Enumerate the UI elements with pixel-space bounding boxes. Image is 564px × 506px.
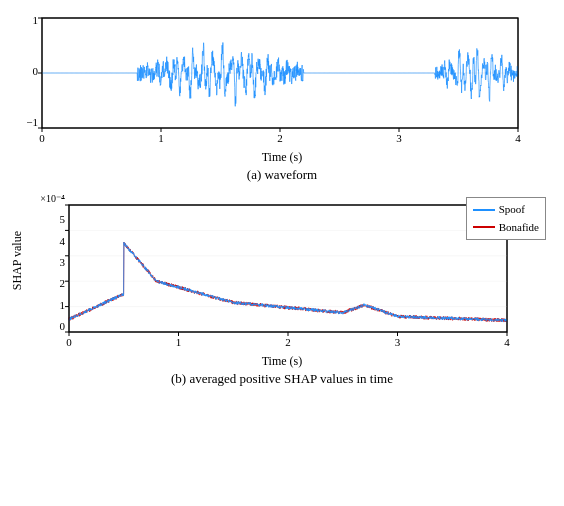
shap-ytick-label: ×10⁻⁴ — [40, 193, 65, 204]
shap-canvas — [65, 189, 517, 354]
shap-xlabel: Time (s) — [262, 354, 303, 369]
shap-section: SHAP value ×10⁻⁴ 5 4 3 2 1 0 Spoof — [10, 189, 554, 393]
shap-caption: (b) averaged positive SHAP values in tim… — [171, 371, 393, 387]
waveform-canvas — [38, 10, 528, 150]
waveform-section: 1 0 −1 Time (s) (a) waveform — [10, 10, 554, 189]
bonafide-legend-label: Bonafide — [499, 219, 539, 237]
shap-ylabel: SHAP value — [10, 231, 25, 290]
spoof-legend-line — [473, 209, 495, 211]
y-tick-neg1: −1 — [26, 116, 38, 128]
bonafide-legend-line — [473, 226, 495, 228]
waveform-caption: (a) waveform — [247, 167, 317, 183]
main-container: 1 0 −1 Time (s) (a) waveform SHAP value … — [0, 0, 564, 506]
spoof-legend-label: Spoof — [499, 201, 525, 219]
shap-legend: Spoof Bonafide — [466, 197, 546, 240]
waveform-xlabel: Time (s) — [262, 150, 303, 165]
